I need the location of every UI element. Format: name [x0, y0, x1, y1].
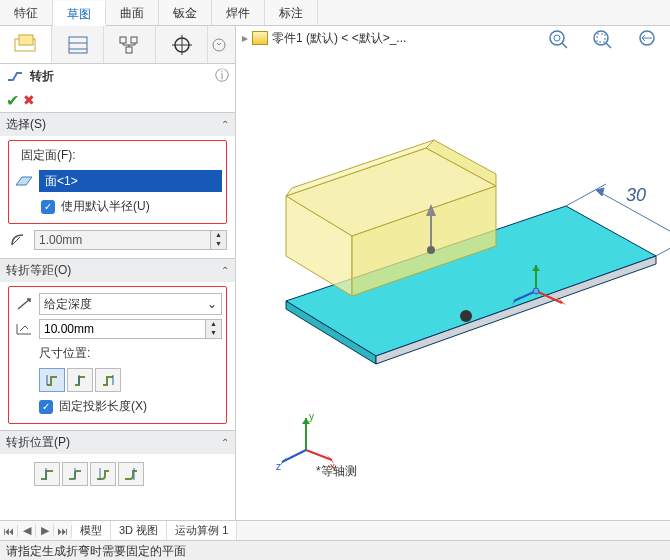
- chevron-up-icon: ⌃: [221, 119, 229, 130]
- panel-tab-target[interactable]: [156, 26, 208, 63]
- view-orientation-label: *等轴测: [316, 463, 357, 480]
- zoom-fit-icon[interactable]: [546, 28, 572, 50]
- fix-proj-label: 固定投影长度(X): [59, 398, 147, 415]
- distance-icon: [13, 319, 35, 339]
- chevron-up-icon: ⌃: [221, 437, 229, 448]
- property-panel: 转折 ⓘ ✔ ✖ 选择(S) ⌃ 固定面(F):: [0, 26, 236, 520]
- section-selection: 选择(S) ⌃ 固定面(F): 面<1> ✓: [0, 112, 235, 258]
- tab-nav-prev[interactable]: ◀: [18, 524, 36, 537]
- section-selection-title: 选择(S): [6, 116, 46, 133]
- breadcrumb-text: 零件1 (默认) < <默认>_...: [272, 30, 406, 47]
- panel-tab-feature-tree[interactable]: [0, 26, 52, 63]
- feature-title: 转折: [30, 68, 54, 85]
- svg-rect-2: [69, 37, 87, 53]
- svg-marker-52: [280, 456, 288, 466]
- dim-pos-overall[interactable]: [95, 368, 121, 392]
- feature-title-row: 转折 ⓘ: [0, 64, 235, 88]
- svg-rect-19: [597, 34, 605, 42]
- bottom-tab-3dview[interactable]: 3D 视图: [111, 521, 167, 540]
- bottom-tab-motion[interactable]: 运动算例 1: [167, 521, 237, 540]
- pos-opt-1[interactable]: [34, 462, 60, 486]
- svg-point-17: [554, 35, 560, 41]
- pos-opt-4[interactable]: [118, 462, 144, 486]
- pos-opt-3[interactable]: [90, 462, 116, 486]
- expand-arrow-icon[interactable]: ▸: [242, 31, 248, 45]
- distance-input[interactable]: [40, 320, 205, 338]
- tab-weldment[interactable]: 焊件: [212, 0, 265, 25]
- view-triad[interactable]: x y z: [276, 410, 336, 470]
- part-icon: [252, 31, 268, 45]
- fix-proj-checkbox[interactable]: ✓: [39, 400, 53, 414]
- spin-up[interactable]: ▲: [206, 320, 221, 329]
- spin-up[interactable]: ▲: [211, 231, 226, 240]
- section-offset: 转折等距(O) ⌃ 给定深度 ⌄: [0, 258, 235, 430]
- status-text: 请指定生成折弯时需要固定的平面: [6, 544, 186, 558]
- svg-point-16: [550, 31, 564, 45]
- jog-feature-icon: [6, 68, 24, 84]
- graphics-viewport[interactable]: ▸ 零件1 (默认) < <默认>_...: [236, 26, 670, 520]
- cancel-button[interactable]: ✖: [23, 92, 35, 108]
- dim-pos-outside[interactable]: [39, 368, 65, 392]
- panel-tab-row: [0, 26, 235, 64]
- fixed-face-label: 固定面(F):: [13, 145, 222, 168]
- depth-type-value: 给定深度: [44, 296, 92, 313]
- svg-rect-5: [120, 37, 126, 43]
- dimension-value: 30: [626, 185, 646, 205]
- svg-point-38: [533, 288, 539, 294]
- radius-icon: [8, 230, 30, 250]
- direction-icon[interactable]: [13, 294, 35, 314]
- section-offset-title: 转折等距(O): [6, 262, 71, 279]
- svg-line-51: [282, 450, 306, 462]
- bottom-tab-bar: ⏮ ◀ ▶ ⏭ 模型 3D 视图 运动算例 1: [0, 520, 670, 540]
- tab-sketch[interactable]: 草图: [53, 1, 106, 26]
- radius-spinner[interactable]: ▲▼: [34, 230, 227, 250]
- tab-nav-last[interactable]: ⏭: [54, 525, 72, 537]
- fixed-face-value: 面<1>: [45, 173, 78, 190]
- distance-spinner[interactable]: ▲▼: [39, 319, 222, 339]
- panel-tab-config[interactable]: [52, 26, 104, 63]
- svg-line-40: [566, 184, 606, 206]
- section-offset-header[interactable]: 转折等距(O) ⌃: [0, 259, 235, 282]
- status-bar: 请指定生成折弯时需要固定的平面: [0, 540, 670, 560]
- view-tools: [546, 28, 660, 50]
- panel-tab-hierarchy[interactable]: [104, 26, 156, 63]
- svg-marker-43: [596, 188, 604, 196]
- dim-pos-label: 尺寸位置:: [13, 343, 222, 366]
- chevron-up-icon: ⌃: [221, 265, 229, 276]
- bottom-tab-model[interactable]: 模型: [72, 521, 111, 540]
- section-position-header[interactable]: 转折位置(P) ⌃: [0, 431, 235, 454]
- svg-rect-7: [126, 47, 132, 53]
- zoom-area-icon[interactable]: [590, 28, 616, 50]
- fixed-face-selection[interactable]: 面<1>: [39, 170, 222, 192]
- svg-point-39: [460, 310, 472, 322]
- tab-nav-next[interactable]: ▶: [36, 524, 54, 537]
- depth-type-dropdown[interactable]: 给定深度 ⌄: [39, 293, 222, 315]
- spin-down[interactable]: ▼: [211, 240, 226, 249]
- svg-point-18: [594, 31, 608, 45]
- face-select-icon: [13, 171, 35, 191]
- tab-nav-first[interactable]: ⏮: [0, 525, 18, 537]
- section-selection-header[interactable]: 选择(S) ⌃: [0, 113, 235, 136]
- tab-annotation[interactable]: 标注: [265, 0, 318, 25]
- svg-point-31: [427, 246, 435, 254]
- section-position-title: 转折位置(P): [6, 434, 70, 451]
- zoom-prev-icon[interactable]: [634, 28, 660, 50]
- svg-rect-1: [19, 35, 33, 45]
- tab-feature[interactable]: 特征: [0, 0, 53, 25]
- use-default-radius-checkbox[interactable]: ✓: [41, 200, 55, 214]
- svg-line-41: [656, 234, 670, 256]
- spin-down[interactable]: ▼: [206, 329, 221, 338]
- svg-line-45: [306, 450, 332, 460]
- tab-sheetmetal[interactable]: 钣金: [159, 0, 212, 25]
- ok-button[interactable]: ✔: [6, 91, 19, 110]
- svg-rect-6: [131, 37, 137, 43]
- pos-opt-2[interactable]: [62, 462, 88, 486]
- top-tab-bar: 特征 草图 曲面 钣金 焊件 标注: [0, 0, 670, 26]
- dim-pos-inside[interactable]: [67, 368, 93, 392]
- use-default-radius-label: 使用默认半径(U): [61, 198, 150, 215]
- svg-text:z: z: [276, 461, 281, 470]
- help-icon[interactable]: ⓘ: [215, 67, 229, 85]
- tab-surface[interactable]: 曲面: [106, 0, 159, 25]
- panel-tab-overflow[interactable]: [208, 34, 230, 56]
- radius-input[interactable]: [35, 231, 210, 249]
